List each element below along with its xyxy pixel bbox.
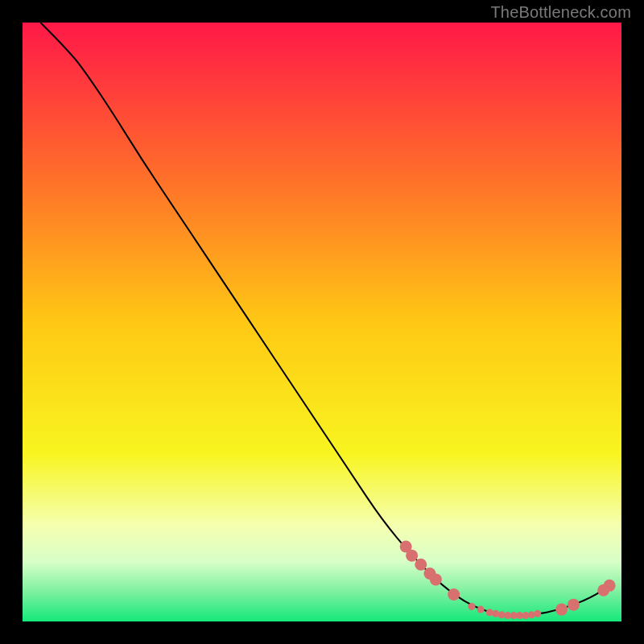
- data-marker: [448, 588, 460, 601]
- data-marker: [406, 550, 418, 562]
- data-marker: [555, 604, 568, 616]
- data-marker: [469, 603, 476, 610]
- data-marker: [415, 559, 427, 571]
- data-marker: [477, 606, 485, 613]
- chart-svg: [0, 0, 644, 644]
- data-marker: [528, 611, 535, 618]
- attribution-label: TheBottleneck.com: [490, 3, 631, 22]
- data-marker: [604, 580, 616, 592]
- data-marker: [486, 609, 493, 616]
- data-marker: [492, 610, 499, 617]
- data-marker: [430, 573, 442, 585]
- data-marker: [534, 610, 541, 617]
- data-marker: [568, 599, 580, 611]
